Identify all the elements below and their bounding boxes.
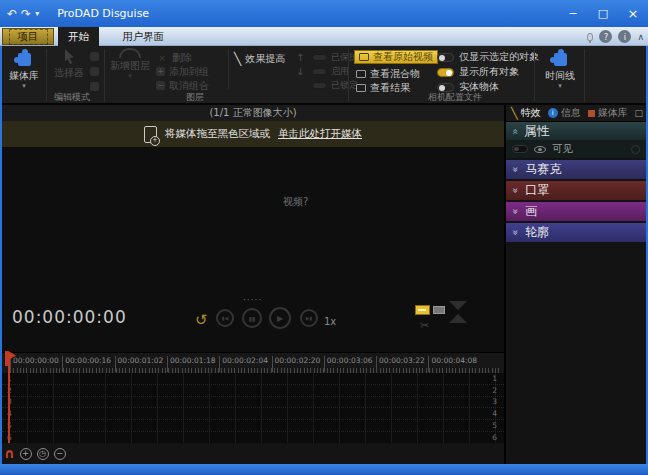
tab-info[interactable]: i 信息 (546, 106, 583, 120)
effect-section-header[interactable]: »口罩 (506, 181, 646, 200)
time-scale-icon[interactable]: ◷ (37, 448, 49, 460)
effects-panel: ╲ 特效 i 信息 媒体库 □ « 属性 可见 »马赛克»口罩»画»轮廓 (506, 105, 646, 464)
zoom-in-icon[interactable]: + (20, 448, 32, 460)
loop-playback-icon[interactable]: ↺ (195, 311, 208, 329)
playback-speed-label[interactable]: 1x (324, 316, 336, 327)
media-library-button[interactable]: 媒体库 ▾ (4, 48, 44, 89)
redo-icon[interactable]: ↷ (21, 7, 31, 21)
view-mix-button[interactable]: 查看混合物 (356, 67, 420, 80)
puzzle-icon (549, 48, 571, 68)
title-bar: ↶ ↷ ▾ ProDAD Disguise ─ □ × (0, 0, 648, 27)
tool-variant-icon[interactable] (90, 67, 99, 76)
skip-end-button[interactable]: ▶▮ (300, 309, 318, 327)
properties-section-header[interactable]: « 属性 (506, 122, 646, 140)
close-button[interactable]: × (618, 0, 648, 27)
skip-start-icon: ▮◀ (222, 315, 229, 321)
open-media-link[interactable]: 单击此处打开媒体 (278, 127, 362, 141)
selector-button[interactable]: 选择器 (50, 48, 88, 80)
tool-variant-icon[interactable] (90, 82, 99, 91)
help-icon[interactable]: ? (599, 30, 612, 43)
window-title: ProDAD Disguise (57, 7, 149, 20)
timeline-ruler[interactable]: 00:00:00:0000:00:00:1600:00:01:0200:00:0… (2, 352, 504, 373)
collapse-ribbon-icon[interactable]: ∧ (637, 32, 644, 42)
cut-icon[interactable]: ✂ (420, 319, 429, 332)
ruler-label: 00:00:03:22 (376, 356, 425, 372)
chevron-down-icon: ▾ (128, 74, 132, 79)
zoom-out-icon[interactable]: − (54, 448, 66, 460)
playhead-line[interactable] (8, 353, 10, 443)
edit-mode-group-label: 编辑模式 (42, 91, 102, 104)
pause-button[interactable]: ▮▮ (242, 308, 262, 328)
timeline-track-row[interactable]: 33 (2, 396, 504, 408)
protected-checkbox-icon (312, 54, 327, 61)
chevron-down-icon: ▾ (558, 84, 562, 89)
timeline-track-row[interactable]: 11 (2, 373, 504, 385)
timeline-tracks[interactable]: 112233445566 (2, 373, 504, 443)
tip-lightbulb-icon[interactable] (587, 33, 593, 41)
quick-access-more-icon[interactable]: ▾ (35, 9, 39, 18)
section-label: 轮廓 (525, 224, 549, 241)
maximize-button[interactable]: □ (588, 0, 618, 27)
tab-home[interactable]: 开始 (58, 27, 99, 46)
timeline-button[interactable]: 时间线 ▾ (540, 48, 580, 89)
play-button[interactable]: ▶ (269, 307, 291, 329)
tab-project[interactable]: 项目 (2, 28, 54, 45)
arrow-up-icon: ↑ (296, 52, 304, 63)
track-number: 5 (492, 421, 497, 430)
locked-toggle[interactable]: 已锁定 (312, 79, 358, 92)
effect-section-header[interactable]: »马赛克 (506, 160, 646, 179)
add-layer-button[interactable]: 新增图层 ▾ (108, 48, 152, 79)
window-controls: ─ □ × (558, 0, 648, 27)
move-layer-up-button[interactable]: ↑ (296, 51, 304, 64)
info-icon[interactable]: i (618, 30, 631, 43)
delete-layer-button[interactable]: × 删除 (156, 51, 192, 64)
transport-drag-handle[interactable]: ····· (243, 295, 262, 305)
add-to-group-label: 添加到组 (169, 65, 209, 79)
marker-in-icon[interactable] (415, 305, 430, 315)
timeline-track-row[interactable]: 44 (2, 408, 504, 420)
tool-variant-icon[interactable] (90, 52, 99, 61)
locked-label: 已锁定 (331, 79, 358, 92)
float-panel-icon[interactable]: □ (634, 108, 643, 118)
timeline-track-row[interactable]: 66 (2, 432, 504, 444)
undo-icon[interactable]: ↶ (7, 7, 17, 21)
pencil-icon: ╲ (234, 52, 241, 66)
skip-start-button[interactable]: ▮◀ (216, 309, 234, 327)
tab-user-interface[interactable]: 用户界面 (112, 27, 174, 46)
effect-boost-label: 效果提高 (245, 52, 285, 66)
media-library-label: 媒体库 (9, 69, 39, 83)
monitor-icon (359, 53, 369, 61)
collapse-range-icon[interactable] (449, 301, 467, 323)
ribbon: 媒体库 ▾ 选择器 编辑模式 新增图层 ▾ × 删除 + (0, 46, 648, 105)
monitor-icon (356, 70, 366, 78)
ruler-label: 00:00:03:06 (324, 356, 373, 372)
visible-toggle-icon[interactable] (512, 145, 528, 153)
drop-media-bar[interactable]: 将媒体拖至黑色区域或 单击此处打开媒体 (2, 121, 504, 147)
add-to-group-button[interactable]: + 添加到组 (156, 65, 209, 78)
camera-profile-group-label: 相机配置文件 (400, 91, 510, 104)
ruler-label: 00:00:02:04 (219, 356, 268, 372)
minimize-button[interactable]: ─ (558, 0, 588, 27)
show-selected-only-label: 仅显示选定的对象 (459, 50, 539, 64)
video-preview-area[interactable]: 视频? ····· 00:00:00:00 ↺ ▮◀ ▮▮ ▶ ▶▮ 1x ✂ (2, 147, 504, 352)
enabled-toggle[interactable]: 启用 (312, 65, 349, 78)
track-number: 4 (492, 409, 497, 418)
tab-media-library[interactable]: 媒体库 (586, 106, 630, 120)
effect-section-header[interactable]: »画 (506, 202, 646, 221)
marker-out-icon[interactable] (433, 306, 445, 314)
tab-effects[interactable]: ╲ 特效 (509, 106, 543, 120)
timeline-track-row[interactable]: 22 (2, 385, 504, 397)
locked-checkbox-icon (312, 82, 327, 89)
snap-magnet-icon[interactable]: ∩ (4, 449, 15, 459)
view-mix-label: 查看混合物 (370, 67, 420, 81)
move-layer-down-button[interactable]: ↓ (296, 65, 304, 78)
effect-sections: »马赛克»口罩»画»轮廓 (506, 160, 646, 244)
visible-property-row[interactable]: 可见 (506, 140, 646, 158)
effect-section-header[interactable]: »轮廓 (506, 223, 646, 242)
keyframe-clock-icon[interactable] (631, 145, 640, 154)
show-selected-only-toggle[interactable]: 仅显示选定的对象 (437, 51, 539, 63)
show-all-objects-toggle[interactable]: 显示所有对象 (437, 66, 519, 78)
view-original-button[interactable]: 查看原始视频 (354, 50, 438, 64)
effect-boost-button[interactable]: ╲ 效果提高 (234, 52, 285, 65)
timeline-track-row[interactable]: 55 (2, 420, 504, 432)
